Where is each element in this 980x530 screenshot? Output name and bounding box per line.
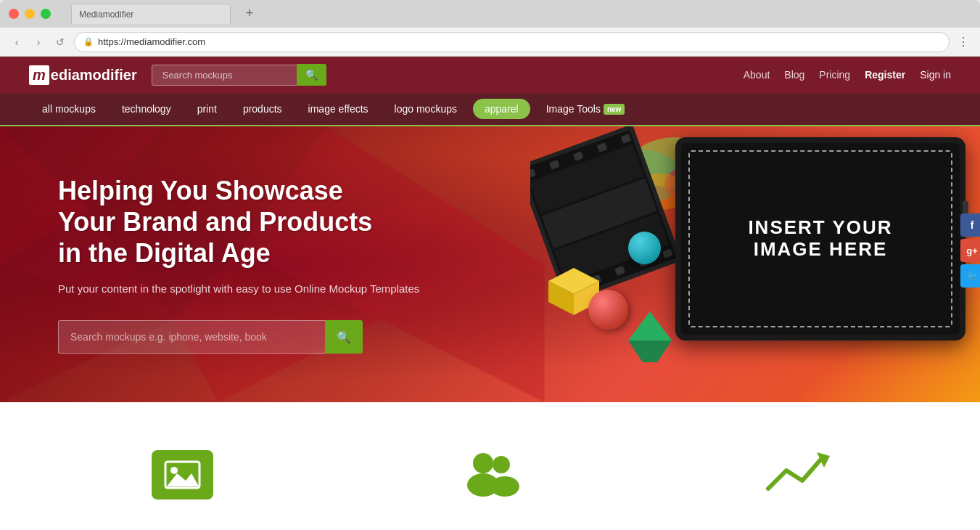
minimize-button[interactable] [25, 9, 35, 19]
feature-users [337, 446, 644, 504]
about-link[interactable]: About [744, 69, 770, 81]
header-search: 🔍 [152, 64, 326, 86]
image-icon [152, 450, 213, 500]
svg-point-26 [473, 453, 493, 473]
register-link[interactable]: Register [865, 69, 905, 81]
close-button[interactable] [9, 9, 19, 19]
trend-icon [765, 449, 830, 501]
people-icon [458, 449, 523, 501]
features-section [0, 402, 980, 530]
hero-search-button[interactable]: 🔍 [325, 320, 363, 354]
nav-products[interactable]: products [230, 93, 295, 125]
nav-image-tools[interactable]: Image Tools new [533, 93, 638, 125]
blog-link[interactable]: Blog [784, 69, 804, 81]
new-badge: new [604, 104, 625, 115]
svg-marker-25 [167, 473, 199, 486]
header-search-input[interactable] [152, 65, 297, 86]
tablet-mockup: INSERT YOUR IMAGE HERE [675, 137, 965, 348]
svg-marker-22 [628, 341, 672, 362]
maximize-button[interactable] [41, 9, 51, 19]
hero-subtitle: Put your content in the spotlight with e… [58, 281, 419, 298]
url-text: https://mediamodifier.com [98, 36, 205, 47]
hero-content: Helping You ShowcaseYour Brand and Produ… [58, 175, 419, 354]
url-bar[interactable]: 🔒 https://mediamodifier.com [74, 32, 950, 52]
browser-menu-button[interactable]: ⋮ [955, 34, 971, 50]
hero-search: 🔍 [58, 320, 363, 354]
site-nav: all mockups technology print products im… [0, 93, 980, 126]
pricing-link[interactable]: Pricing [819, 69, 850, 81]
social-icons-area: f g+ 🐦 [960, 213, 980, 288]
nav-image-effects[interactable]: image effects [295, 93, 382, 125]
tablet-text-line2: IMAGE HERE [748, 239, 892, 261]
users-icon-container [458, 446, 523, 504]
image-svg [162, 459, 202, 491]
nav-technology[interactable]: technology [109, 93, 184, 125]
teal-ball [628, 232, 661, 264]
titlebar: Mediamodifier + [0, 0, 980, 28]
signin-link[interactable]: Sign in [920, 69, 951, 81]
logo[interactable]: m ediamodifier [29, 65, 137, 85]
lock-icon: 🔒 [83, 37, 94, 46]
site-header: m ediamodifier 🔍 About Blog Pricing Regi… [0, 57, 980, 93]
back-button[interactable]: ‹ [9, 34, 25, 50]
feature-mockups [29, 446, 337, 504]
svg-point-28 [493, 456, 510, 473]
browser-window: Mediamodifier + ‹ › ↺ 🔒 https://mediamod… [0, 0, 980, 57]
nav-apparel[interactable]: apparel [473, 99, 530, 119]
logo-icon: m [29, 65, 49, 85]
tablet-insert-text: INSERT YOUR IMAGE HERE [748, 217, 892, 261]
tablet-frame: INSERT YOUR IMAGE HERE [675, 137, 965, 341]
hero-title: Helping You ShowcaseYour Brand and Produ… [58, 175, 419, 269]
hero-search-input[interactable] [58, 320, 325, 354]
reload-button[interactable]: ↺ [52, 34, 68, 50]
svg-marker-21 [628, 311, 672, 341]
feature-stats [643, 446, 951, 504]
website-content: m ediamodifier 🔍 About Blog Pricing Regi… [0, 57, 980, 530]
tab-title: Mediamodifier [79, 9, 133, 20]
nav-all-mockups[interactable]: all mockups [29, 93, 109, 125]
green-diamond [628, 311, 672, 362]
new-tab-button[interactable]: + [239, 3, 260, 23]
nav-logo-mockups[interactable]: logo mockups [382, 93, 470, 125]
hero-image-area: INSERT YOUR IMAGE HERE [530, 126, 980, 402]
forward-button[interactable]: › [30, 34, 46, 50]
nav-print[interactable]: print [184, 93, 230, 125]
logo-wordmark: ediamodifier [51, 67, 137, 83]
header-nav: About Blog Pricing Register Sign in [744, 69, 951, 81]
tablet-text-line1: INSERT YOUR [748, 217, 892, 239]
stats-icon-container [765, 446, 830, 504]
address-bar: ‹ › ↺ 🔒 https://mediamodifier.com ⋮ [0, 28, 980, 57]
red-sphere [588, 290, 628, 330]
svg-point-24 [170, 467, 178, 474]
browser-tab[interactable]: Mediamodifier [71, 4, 231, 24]
header-search-button[interactable]: 🔍 [297, 64, 326, 86]
nav-image-tools-label: Image Tools [546, 103, 601, 115]
svg-point-29 [490, 476, 519, 497]
mockups-icon-container [150, 446, 215, 504]
hero-section: Helping You ShowcaseYour Brand and Produ… [0, 126, 980, 402]
tablet-screen: INSERT YOUR IMAGE HERE [688, 150, 952, 327]
